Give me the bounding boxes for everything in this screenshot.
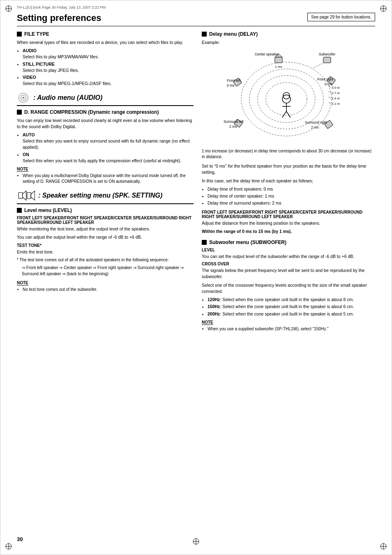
delay-text-1: Set to "0 ms" for the furthest speaker f… — [202, 163, 375, 175]
file-type-heading: FILE TYPE — [17, 31, 194, 37]
speaker-menu-divider — [17, 203, 194, 204]
svg-text:Surround right: Surround right — [305, 120, 327, 124]
subwoofer-section: Subwoofer menu (SUBWOOFER) LEVEL You can… — [202, 240, 375, 332]
speaker-menu-heading-row: ♪ : Speaker setting menu (SPK. SETTING) — [17, 189, 194, 202]
delay-times-list: Delay time of front speakers: 0 ms Delay… — [208, 186, 375, 207]
svg-text:2 ms: 2 ms — [229, 124, 237, 129]
svg-rect-17 — [27, 193, 31, 199]
file-type-item-video: VIDEO Select this to play MPEG-1/MPEG-2/… — [23, 74, 194, 87]
front-speakers-heading-left: FRONT LEFT SPEAKER/FRONT RIGHT SPEAKER/C… — [17, 216, 194, 225]
level-text2: You can adjust the output level within t… — [17, 234, 194, 240]
subwoofer-heading: Subwoofer menu (SUBWOOFER) — [202, 240, 375, 245]
drange-heading: D. RANGE COMPRESSION (Dynamic range comp… — [17, 109, 194, 115]
svg-text:3.0 m: 3.0 m — [332, 86, 340, 90]
corner-mark-tr — [379, 5, 387, 13]
svg-line-27 — [282, 111, 286, 117]
drange-auto: AUTO Select this when you want to enjoy … — [23, 132, 194, 151]
svg-text:♪: ♪ — [20, 197, 21, 200]
file-type-item-still: STILL PICTURE Select this to play JPEG f… — [23, 61, 194, 74]
delay-menu-heading: Delay menu (DELAY) — [202, 31, 375, 37]
file-type-list: AUDIO Select this to play MP3/WMA/WAV fi… — [23, 48, 194, 87]
meta-line: TH-L1[U].book Page 30 Friday, July 13, 2… — [17, 5, 106, 9]
file-type-item-audio: AUDIO Select this to play MP3/WMA/WAV fi… — [23, 48, 194, 60]
auto-label: AUTO — [23, 132, 35, 137]
subwoofer-icon — [202, 240, 207, 245]
speaker-diagram-container: Center speaker 1 ms Subwoofer Front left… — [223, 50, 354, 144]
subwoofer-note-list: When you use a supplied subwoofer (SP-TH… — [208, 326, 375, 332]
subwoofer-note-text: When you use a supplied subwoofer (SP-TH… — [208, 326, 375, 332]
on-label: ON — [23, 152, 29, 157]
level-text: You can set the output level of the subw… — [202, 253, 375, 260]
speaker-menu-icon: ♪ — [17, 189, 35, 202]
svg-text:2.4 m: 2.4 m — [332, 97, 340, 100]
right-column: Delay menu (DELAY) Example: — [202, 31, 375, 337]
audio-menu-divider — [17, 105, 194, 106]
level-menu-label: Level menu (LEVEL) — [24, 207, 72, 213]
svg-text:0 ms: 0 ms — [325, 82, 332, 86]
svg-line-28 — [286, 111, 291, 117]
svg-text:Surround left: Surround left — [224, 120, 244, 124]
diagram-caption: 1 ms increase (or decrease) in delay tim… — [202, 148, 375, 160]
svg-point-14 — [23, 97, 25, 99]
svg-text:Front right: Front right — [317, 77, 333, 81]
level-note-label: NOTE — [17, 281, 28, 286]
file-type-icon — [17, 32, 22, 37]
corner-mark-tl — [5, 5, 13, 13]
svg-text:Front left: Front left — [227, 78, 241, 83]
header-bar: Setting preferences See page 29 for butt… — [17, 13, 375, 26]
file-type-intro: When several types of files are recorded… — [17, 39, 194, 46]
still-desc: Select this to play JPEG files. — [23, 68, 79, 73]
svg-text:Center speaker: Center speaker — [255, 52, 279, 56]
delay-menu-icon — [202, 32, 207, 37]
audio-label: AUDIO — [23, 48, 37, 53]
asterisk-note: * The test tone comes out of all of the … — [17, 257, 194, 263]
page-title: Setting preferences — [17, 13, 101, 23]
svg-marker-16 — [23, 191, 26, 200]
corner-mark-bl — [5, 542, 13, 550]
crossover-200: 200Hz: Select when the cone speaker unit… — [208, 311, 375, 317]
svg-text:2.7 m: 2.7 m — [332, 91, 340, 95]
crossover-heading: CROSS OVER — [202, 262, 375, 266]
delay-front: Delay time of front speakers: 0 ms — [208, 186, 375, 192]
left-column: FILE TYPE When several types of files ar… — [17, 31, 194, 337]
level-heading: LEVEL — [202, 248, 375, 252]
svg-rect-34 — [323, 57, 331, 63]
test-tone-heading: TEST TONE* — [17, 243, 194, 248]
drange-note: NOTE When you play a multichannel Dolby … — [17, 166, 194, 184]
level-note-list: No test tone comes out of the subwoofer. — [23, 287, 194, 292]
drange-on: ON Select this when you want to fully ap… — [23, 152, 194, 164]
svg-text:2.1 m: 2.1 m — [332, 102, 340, 106]
audio-menu-label: : Audio menu (AUDIO) — [33, 94, 102, 101]
speaker-menu-label: : Speaker setting menu (SPK. SETTING) — [38, 192, 162, 199]
sequence-text: ⇒ Front left speaker ⇒ Center speaker ⇒ … — [22, 265, 194, 277]
delay-menu-label: Delay menu (DELAY) — [209, 31, 258, 37]
drange-label: D. RANGE COMPRESSION (Dynamic range comp… — [24, 109, 159, 115]
crossover-120: 120Hz: Select when the cone speaker unit… — [208, 297, 375, 303]
svg-marker-18 — [31, 191, 35, 200]
svg-text:Subwoofer: Subwoofer — [319, 52, 336, 56]
delay-center: Delay time of center speaker: 1 ms — [208, 193, 375, 199]
on-desc: Select this when you want to fully apply… — [23, 158, 181, 163]
svg-line-56 — [329, 102, 331, 104]
file-type-label: FILE TYPE — [24, 31, 49, 37]
page-number: 30 — [17, 536, 23, 542]
drange-note-text: When you play a multichannel Dolby Digit… — [23, 173, 194, 184]
delay-example-label: Example: — [202, 39, 375, 46]
svg-text:2 ms: 2 ms — [311, 125, 318, 129]
speaker-diagram: Center speaker 1 ms Subwoofer Front left… — [223, 50, 354, 144]
header-note: See page 29 for button locations. — [307, 13, 375, 21]
level-note: NOTE No test tone comes out of the subwo… — [17, 280, 194, 292]
level-menu-icon — [17, 208, 22, 213]
subwoofer-note: NOTE When you use a supplied subwoofer (… — [202, 320, 375, 332]
test-tone-text: Emits the test tone. — [17, 249, 194, 255]
corner-mark-br — [379, 542, 387, 550]
drange-list: AUTO Select this when you want to enjoy … — [23, 132, 194, 164]
file-type-section: FILE TYPE When several types of files ar… — [17, 31, 194, 87]
main-content: FILE TYPE When several types of files ar… — [17, 31, 375, 337]
level-menu-section: Level menu (LEVEL) FRONT LEFT SPEAKER/FR… — [17, 207, 194, 292]
svg-line-55 — [329, 97, 331, 98]
delay-menu-section: Delay menu (DELAY) Example: — [202, 31, 375, 235]
subwoofer-label: Subwoofer menu (SUBWOOFER) — [209, 240, 286, 245]
svg-text:1 ms: 1 ms — [275, 65, 282, 69]
drange-note-list: When you play a multichannel Dolby Digit… — [23, 173, 194, 184]
